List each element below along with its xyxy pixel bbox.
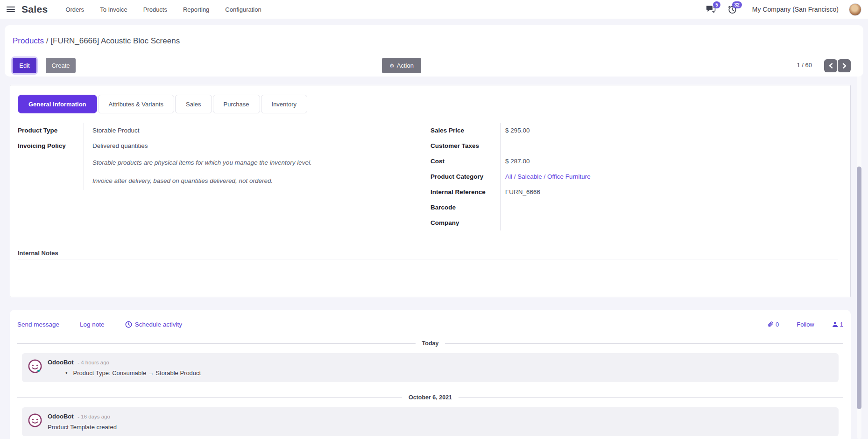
message-author[interactable]: OdooBot — [48, 413, 74, 420]
message-timestamp: - 16 days ago — [78, 414, 110, 419]
followers-button[interactable]: 1 — [832, 321, 843, 328]
top-navbar: Sales Orders To Invoice Products Reporti… — [0, 0, 868, 19]
app-name[interactable]: Sales — [21, 4, 48, 15]
tab-general-information[interactable]: General Information — [18, 95, 97, 113]
field-value: $ 295.00 — [500, 123, 715, 138]
attachments-count: 0 — [776, 321, 779, 328]
field-label: Product Type — [18, 123, 84, 138]
scrollbar-thumb[interactable] — [857, 167, 861, 409]
field-label: Company — [430, 215, 500, 230]
chevron-right-icon — [842, 63, 847, 69]
help-row-invoice: Invoice after delivery, based on quantit… — [18, 172, 345, 190]
menu-item-reporting[interactable]: Reporting — [183, 6, 209, 13]
menu-item-configuration[interactable]: Configuration — [225, 6, 261, 13]
field-group-left: Product Type Storable Product Invoicing … — [18, 123, 345, 190]
product-category-link[interactable]: All / Saleable / Office Furniture — [500, 169, 715, 184]
odoobot-avatar — [28, 359, 42, 374]
field-company: Company — [430, 215, 715, 230]
field-value: $ 287.00 — [500, 153, 715, 169]
breadcrumb-current: [FURN_6666] Acoustic Bloc Screens — [50, 36, 180, 45]
pager-next-button[interactable] — [838, 59, 851, 72]
send-message-button[interactable]: Send message — [17, 321, 59, 328]
message-body: Product Type: Consumable → Storable Prod… — [48, 369, 832, 376]
breadcrumb-products-link[interactable]: Products — [13, 36, 44, 45]
help-row-storable: Storable products are physical items for… — [18, 153, 345, 172]
field-group-right: Sales Price $ 295.00 Customer Taxes Cost… — [430, 123, 715, 230]
schedule-clock-icon — [125, 321, 132, 328]
create-button[interactable]: Create — [46, 58, 76, 73]
follow-button[interactable]: Follow — [797, 321, 814, 328]
product-form-sheet: General Information Attributes & Variant… — [10, 85, 851, 297]
date-divider-today: Today — [17, 340, 843, 347]
pager-previous-button[interactable] — [824, 59, 837, 72]
tab-purchase[interactable]: Purchase — [213, 95, 260, 113]
chatter-message[interactable]: OdooBot - 16 days ago Product Template c… — [22, 407, 839, 436]
field-label-empty — [18, 153, 84, 162]
chatter-message[interactable]: OdooBot - 4 hours ago Product Type: Cons… — [22, 353, 839, 382]
paperclip-icon — [767, 321, 774, 328]
menu-item-to-invoice[interactable]: To Invoice — [100, 6, 127, 13]
user-avatar[interactable] — [849, 3, 861, 16]
company-switcher[interactable]: My Company (San Francisco) — [752, 6, 839, 13]
field-label: Invoicing Policy — [18, 138, 84, 153]
date-divider-label: October 6, 2021 — [409, 394, 452, 401]
tab-inventory[interactable]: Inventory — [261, 95, 307, 113]
date-divider-label: Today — [422, 340, 439, 347]
action-button[interactable]: ⚙ Action — [382, 58, 421, 73]
followers-count: 1 — [840, 321, 843, 328]
chatter-toolbar: Send message Log note Schedule activity … — [17, 321, 843, 328]
tab-attributes-variants[interactable]: Attributes & Variants — [98, 95, 175, 113]
field-sales-price: Sales Price $ 295.00 — [430, 123, 715, 138]
field-product-type: Product Type Storable Product — [18, 123, 345, 138]
field-invoicing-policy: Invoicing Policy Delivered quantities — [18, 138, 345, 153]
main-menu: Orders To Invoice Products Reporting Con… — [65, 6, 261, 13]
messages-icon[interactable]: 5 — [706, 4, 717, 14]
field-value — [500, 215, 715, 230]
field-label: Internal Reference — [430, 184, 500, 200]
tracking-change-item: Product Type: Consumable → Storable Prod… — [65, 369, 832, 376]
menu-icon[interactable] — [7, 7, 15, 12]
tab-sales[interactable]: Sales — [175, 95, 212, 113]
help-text-storable: Storable products are physical items for… — [84, 153, 345, 172]
field-cost: Cost $ 287.00 — [430, 153, 715, 169]
field-customer-taxes: Customer Taxes — [430, 138, 715, 153]
field-value — [500, 138, 715, 153]
message-body: Product Template created — [48, 424, 832, 431]
breadcrumb: Products / [FURN_6666] Acoustic Bloc Scr… — [13, 36, 180, 46]
field-product-category: Product Category All / Saleable / Office… — [430, 169, 715, 184]
menu-item-orders[interactable]: Orders — [65, 6, 84, 13]
field-label: Product Category — [430, 169, 500, 184]
odoobot-avatar — [28, 413, 42, 428]
field-label: Customer Taxes — [430, 138, 500, 153]
field-label: Sales Price — [430, 123, 500, 138]
menu-item-products[interactable]: Products — [143, 6, 167, 13]
edit-button[interactable]: Edit — [13, 58, 36, 73]
internal-notes-divider — [18, 259, 838, 259]
field-value: Storable Product — [84, 123, 345, 138]
action-button-label: Action — [397, 62, 414, 69]
internal-notes-label: Internal Notes — [18, 250, 58, 257]
chatter-right-tools: 0 Follow 1 — [767, 321, 843, 328]
message-author[interactable]: OdooBot — [48, 359, 74, 366]
field-value: Delivered quantities — [84, 138, 345, 153]
breadcrumb-separator: / — [46, 36, 49, 45]
control-panel: Products / [FURN_6666] Acoustic Bloc Scr… — [5, 25, 863, 77]
notebook-tabs: General Information Attributes & Variant… — [18, 95, 307, 113]
date-divider-october: October 6, 2021 — [17, 394, 843, 401]
message-timestamp: - 4 hours ago — [78, 360, 109, 365]
messages-badge: 5 — [713, 1, 720, 8]
chevron-left-icon — [829, 63, 833, 69]
field-barcode: Barcode — [430, 200, 715, 215]
field-label: Cost — [430, 153, 500, 169]
follower-person-icon — [832, 321, 838, 328]
gear-icon: ⚙ — [389, 63, 395, 69]
activities-icon[interactable]: 32 — [727, 4, 738, 14]
help-text-invoicing: Invoice after delivery, based on quantit… — [84, 172, 345, 190]
log-note-button[interactable]: Log note — [80, 321, 105, 328]
schedule-activity-button[interactable]: Schedule activity — [125, 321, 182, 328]
field-internal-reference: Internal Reference FURN_6666 — [430, 184, 715, 200]
attachments-button[interactable]: 0 — [767, 321, 779, 328]
activities-badge: 32 — [732, 1, 742, 8]
field-value — [500, 200, 715, 215]
schedule-activity-label: Schedule activity — [135, 321, 182, 328]
